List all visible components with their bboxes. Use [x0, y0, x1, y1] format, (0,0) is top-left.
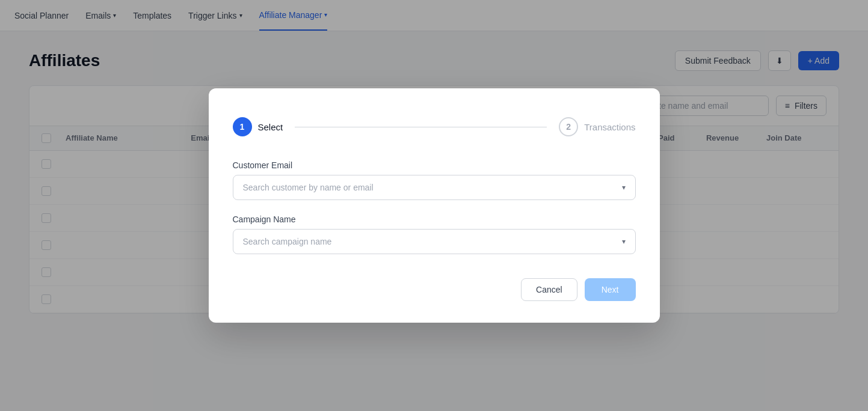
step-2: 2 Transactions [559, 117, 635, 136]
campaign-name-label: Campaign Name [233, 215, 636, 224]
customer-email-label: Customer Email [233, 160, 636, 170]
cancel-button[interactable]: Cancel [521, 278, 577, 301]
step-1: 1 Select [233, 117, 283, 136]
campaign-name-placeholder: Search campaign name [243, 237, 332, 246]
customer-email-placeholder: Search customer by name or email [243, 183, 374, 192]
next-button[interactable]: Next [585, 278, 636, 301]
customer-email-group: Customer Email Search customer by name o… [233, 160, 636, 200]
customer-email-select[interactable]: Search customer by name or email ▾ [233, 175, 636, 200]
campaign-name-select[interactable]: Search campaign name ▾ [233, 229, 636, 254]
step-connector [295, 127, 547, 127]
modal-dialog: 1 Select 2 Transactions Customer Email S… [209, 88, 660, 323]
chevron-down-icon: ▾ [622, 237, 626, 246]
campaign-name-group: Campaign Name Search campaign name ▾ [233, 215, 636, 254]
modal-footer: Cancel Next [233, 278, 636, 301]
chevron-down-icon: ▾ [622, 183, 626, 192]
step-2-circle: 2 [559, 117, 578, 136]
modal-overlay: 1 Select 2 Transactions Customer Email S… [0, 0, 868, 333]
step-1-circle: 1 [233, 117, 252, 136]
step-2-label: Transactions [584, 122, 635, 132]
step-1-label: Select [258, 122, 283, 132]
stepper: 1 Select 2 Transactions [233, 117, 636, 136]
